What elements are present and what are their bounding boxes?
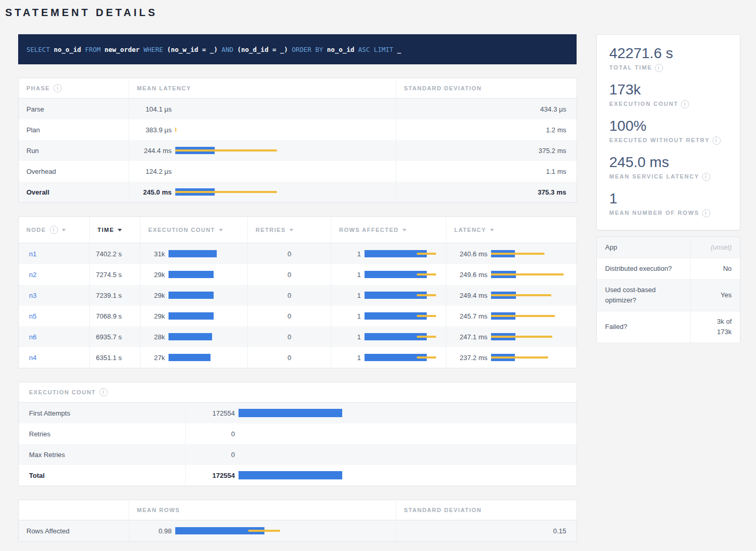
cell-value: 237.2 ms (454, 354, 487, 362)
table-row: Distributed execution?No (597, 258, 740, 280)
standard-deviation-column-header: STANDARD DEVIATION (396, 78, 577, 99)
column-label: LATENCY (454, 227, 486, 233)
rows-affected-table: MEAN ROWSSTANDARD DEVIATIONRows Affected… (18, 500, 577, 542)
node-cell: n3 (19, 285, 90, 306)
info-icon[interactable]: i (712, 136, 721, 145)
column-label: NODE (26, 227, 46, 233)
info-icon[interactable]: i (655, 64, 663, 72)
stat-label-text: TOTAL TIME (609, 64, 652, 71)
rows-affected-cell: 1 (331, 306, 446, 326)
table-row: Plan383.9 µs1.2 ms (19, 119, 577, 140)
info-icon[interactable]: i (702, 173, 710, 181)
cell-value: 104.1 µs (137, 105, 172, 113)
mean-latency-cell: 383.9 µs (129, 119, 396, 140)
node-link[interactable]: n6 (26, 333, 36, 341)
summary-stat: 100%EXECUTED WITHOUT RETRYi (609, 117, 727, 145)
cell-value: 1 (339, 354, 361, 362)
summary-stat: 1MEAN NUMBER OF ROWSi (609, 189, 727, 217)
stat-label: MEAN NUMBER OF ROWSi (609, 208, 727, 217)
sql-keyword: LIMIT (374, 46, 394, 53)
summary-stat: 42271.6 sTOTAL TIMEi (609, 44, 727, 72)
cell-value: 383.9 µs (137, 126, 172, 134)
sql-identifier: no_o_id (54, 46, 81, 53)
bar-stddev-tick (175, 128, 176, 132)
info-icon[interactable]: i (50, 226, 58, 234)
time-cell: 7239.1 s (90, 285, 141, 306)
node-cell: n4 (19, 347, 90, 368)
sortable-column-header-node[interactable]: NODEi (19, 217, 90, 243)
table-row: Overall245.0 ms375.3 ms (19, 182, 577, 203)
bar-mean (169, 312, 214, 320)
table-row: n37239.1 s29k01249.4 ms (19, 285, 577, 306)
bar-mean (169, 354, 211, 361)
detail-label-cell: Failed? (597, 311, 691, 343)
sidebar: 42271.6 sTOTAL TIMEi173kEXECUTION COUNTi… (596, 34, 740, 343)
cell-value: 28k (148, 333, 165, 341)
node-link[interactable]: n2 (26, 271, 36, 279)
retries-cell: 0 (248, 347, 331, 368)
column-label: PHASE (26, 85, 50, 91)
rows-affected-cell: 1 (331, 285, 446, 306)
node-link[interactable]: n5 (26, 312, 36, 320)
bar-mean (239, 471, 342, 479)
time-cell: 7068.9 s (90, 306, 141, 326)
bar-chart (365, 271, 436, 278)
node-link[interactable]: n1 (26, 250, 36, 258)
bar-stddev (417, 294, 436, 296)
table-row: Retries0 (19, 423, 577, 444)
stat-label-text: MEAN NUMBER OF ROWS (609, 210, 699, 216)
info-icon[interactable]: i (100, 388, 108, 396)
table-row: n46351.1 s27k01237.2 ms (19, 347, 577, 368)
bar-chart (491, 271, 564, 278)
bar-chart (169, 354, 211, 361)
bar-chart (175, 527, 280, 534)
bar-chart (169, 250, 217, 257)
execution-count-cell: 31k (141, 243, 248, 265)
detail-value-cell: (unset) (691, 237, 740, 258)
bar-chart (365, 292, 436, 299)
retries-cell: 0 (248, 264, 331, 285)
info-icon[interactable]: i (702, 209, 710, 217)
node-cell: n6 (19, 326, 90, 347)
app-details-table: App(unset)Distributed execution?NoUsed c… (596, 237, 740, 343)
time-cell: 7402.2 s (90, 243, 141, 265)
summary-card: 42271.6 sTOTAL TIMEi173kEXECUTION COUNTi… (596, 34, 740, 230)
table-row: n27274.5 s29k01249.6 ms (19, 264, 577, 285)
retries-cell: 0 (248, 285, 331, 306)
detail-label-cell: Used cost-based optimizer? (597, 280, 691, 311)
execution-count-table: EXECUTION COUNTiFirst Attempts172554Retr… (18, 382, 577, 486)
stat-label: MEAN SERVICE LATENCYi (609, 172, 727, 181)
bar-stddev (491, 294, 551, 296)
info-icon[interactable]: i (53, 84, 62, 92)
sortable-column-header-retries[interactable]: RETRIES (248, 217, 331, 243)
sortable-column-header-rows-affected[interactable]: ROWS AFFECTED (331, 217, 446, 243)
sortable-column-header-execution-count[interactable]: EXECUTION COUNT (141, 217, 248, 243)
sortable-column-header-latency[interactable]: LATENCY (446, 217, 577, 243)
sortable-column-header-time[interactable]: TIME (90, 217, 141, 243)
bar-chart (169, 312, 214, 320)
label-cell: Retries (19, 423, 186, 444)
sql-keyword: FROM (85, 46, 101, 53)
cell-value: 0 (193, 451, 235, 459)
bar-stddev (491, 356, 548, 359)
rows-affected-cell: 1 (331, 264, 446, 285)
stat-value: 42271.6 s (609, 44, 727, 63)
stat-label: EXECUTED WITHOUT RETRYi (609, 135, 727, 145)
cell-value: 29k (148, 271, 165, 279)
stat-value: 1 (609, 189, 727, 208)
bar-mean (169, 271, 214, 278)
phase-cell: Parse (19, 99, 129, 120)
sql-identifier: new_order (105, 46, 140, 53)
sql-statement: SELECT no_o_id FROM new_order WHERE (no_… (26, 46, 401, 53)
stat-label-text: MEAN SERVICE LATENCY (609, 173, 699, 180)
count-cell: 172554 (186, 403, 577, 424)
sql-keyword: WHERE (144, 46, 163, 53)
node-link[interactable]: n4 (26, 354, 36, 362)
column-label: MEAN ROWS (137, 507, 180, 514)
table-row: Parse104.1 µs434.3 µs (19, 99, 577, 120)
execution-count-cell: 29k (141, 306, 248, 326)
info-icon[interactable]: i (681, 100, 689, 108)
cell-value: 0.98 (137, 527, 172, 535)
node-link[interactable]: n3 (26, 292, 36, 299)
column-label: STANDARD DEVIATION (404, 507, 482, 514)
